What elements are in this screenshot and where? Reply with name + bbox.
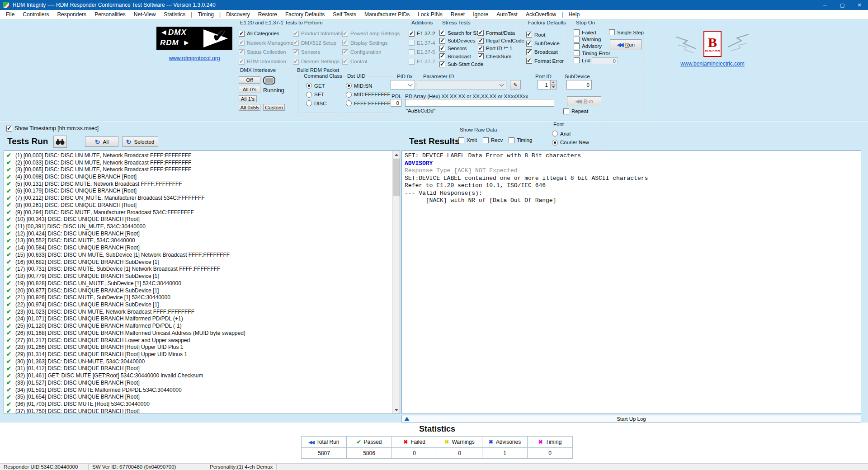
test-run-row[interactable]: ✔ (11) [00,391] DISC: DISC UN_MUTE, 534C… — [4, 223, 400, 230]
scroll-up-icon[interactable] — [393, 151, 400, 158]
category-checkbox-row[interactable]: All Categories — [239, 29, 298, 38]
maximize-button-icon[interactable]: ▢ — [834, 0, 851, 10]
factory-checkbox-row[interactable]: Root — [526, 30, 564, 39]
test-run-row[interactable]: ✔ (1) [00,000] DISC: DISC UN MUTE, Netwo… — [4, 152, 400, 159]
repeat-checkbox-row[interactable]: Repeat — [563, 108, 588, 114]
factory-checkbox-row[interactable]: Format Error — [526, 56, 564, 65]
test-run-row[interactable]: ✔ (26) [01,168] DISC: DISC UNIQUE BRANCH… — [4, 329, 400, 337]
category-checkbox-row[interactable]: RDM Information — [239, 57, 298, 66]
menu-item[interactable]: Personalities — [90, 10, 130, 19]
test-run-row[interactable]: ✔ (36) [01,703] DISC: DISC MUTE [Root] 5… — [4, 400, 400, 408]
scrollbar-thumb[interactable] — [393, 159, 400, 196]
stress-checkbox-row[interactable]: Illegal CmdCode — [478, 37, 524, 44]
category-checkbox-row[interactable]: Status Collection — [239, 47, 298, 57]
stress-checkbox-row[interactable]: Search for SDs — [439, 29, 483, 37]
menu-item[interactable]: Help — [564, 10, 584, 19]
menu-item[interactable]: Ignore — [469, 10, 492, 19]
test-run-row[interactable]: ✔ (12) [00,424] DISC: DISC UNIQUE BRANCH… — [4, 230, 400, 237]
dst-uid-radio-row[interactable]: MID:FFFFFFFF — [346, 90, 394, 99]
test-run-row[interactable]: ✔ (16) [00,682] DISC: DISC UNIQUE BRANCH… — [4, 258, 400, 266]
menu-item[interactable]: Controllers — [19, 10, 53, 19]
test-run-row[interactable]: ✔ (14) [00,584] DISC: DISC UNIQUE BRANCH… — [4, 244, 400, 251]
search-tests-button[interactable] — [53, 136, 67, 148]
category-checkbox-row[interactable]: Display Settings — [342, 38, 400, 48]
raw-data-checkbox-row[interactable]: Xmit — [458, 136, 477, 144]
menu-item[interactable]: Responders — [53, 10, 90, 19]
stress-checkbox-row[interactable]: SubDevices — [439, 37, 483, 44]
menu-item[interactable]: Factory Defaults — [281, 10, 329, 19]
test-run-row[interactable]: ✔ (22) [00,974] DISC: DISC UNIQUE BRANCH… — [4, 301, 400, 308]
test-run-row[interactable]: ✔ (37) [01,750] DISC: DISC UNIQUE BRANCH… — [4, 408, 400, 414]
stop-on-checkbox-row[interactable]: Failed — [574, 29, 610, 36]
menu-item[interactable]: AutoTest — [492, 10, 522, 19]
test-run-row[interactable]: ✔ (8) [00,261] DISC: DISC UNIQUE BRANCH … — [4, 202, 400, 209]
rdmprotocol-link[interactable]: www.rdmprotocol.org — [156, 55, 232, 61]
menu-item[interactable]: Timing — [193, 10, 218, 19]
interleave-custom-button[interactable]: Custom — [263, 104, 285, 111]
menu-item[interactable]: Restore — [254, 10, 281, 19]
pd-array-field[interactable] — [405, 99, 554, 107]
stress-checkbox-row[interactable]: Sub-Start Code — [439, 61, 483, 68]
category-checkbox-row[interactable]: Control — [342, 57, 400, 66]
stop-on-ln-checkbox-row[interactable]: Ln# — [574, 57, 590, 64]
raw-data-checkbox-row[interactable]: Recv — [483, 136, 503, 144]
tests-list-scrollbar[interactable] — [392, 151, 400, 414]
test-run-row[interactable]: ✔ (3) [00,065] DISC: DISC UN MUTE, Netwo… — [4, 166, 400, 173]
command-class-radio-row[interactable]: GET — [306, 81, 326, 90]
addition-checkbox-row[interactable]: E1.37-7 — [409, 57, 435, 66]
run-button[interactable]: ◀◀ Run — [610, 39, 642, 50]
stop-on-checkbox-row[interactable]: Warning — [574, 36, 610, 42]
menu-item[interactable]: Discovery — [222, 10, 254, 19]
interleave-all0-button[interactable]: All 0's — [239, 86, 260, 93]
line-number-field[interactable]: 0 — [592, 57, 618, 64]
show-timestamp-checkbox-row[interactable]: Show Timestamp [hh:mm:ss.msec] — [6, 125, 99, 132]
close-button-icon[interactable]: ✕ — [851, 0, 868, 10]
edit-pd-button[interactable]: ✎ — [510, 80, 521, 89]
rerun-selected-button[interactable]: ↻ Selected — [122, 136, 158, 147]
test-run-row[interactable]: ✔ (28) [01,266] DISC: DISC UNIQUE BRANCH… — [4, 343, 400, 351]
test-run-row[interactable]: ✔ (6) [00,179] DISC: DISC UNIQUE BRANCH … — [4, 188, 400, 195]
category-checkbox-row[interactable]: Sensors — [293, 47, 346, 57]
test-run-row[interactable]: ✔ (23) [01,023] DISC: DISC UN MUTE, Netw… — [4, 308, 400, 315]
scroll-down-icon[interactable] — [393, 406, 400, 414]
interleave-off-button[interactable]: Off — [239, 76, 260, 84]
raw-data-checkbox-row[interactable]: Timing — [509, 136, 532, 144]
menu-item[interactable]: Self Tests — [329, 10, 360, 19]
addition-checkbox-row[interactable]: E1.37-5 — [409, 47, 435, 57]
command-class-radio-row[interactable]: DISC — [306, 99, 326, 108]
rerun-all-button[interactable]: ↻ All — [85, 136, 118, 147]
test-run-row[interactable]: ✔ (24) [01,071] DISC: DISC UNIQUE BRANCH… — [4, 315, 400, 323]
test-run-row[interactable]: ✔ (33) [01,527] DISC: DISC UNIQUE BRANCH… — [4, 379, 400, 386]
scroll-top-icon[interactable] — [404, 417, 410, 421]
test-run-row[interactable]: ✔ (2) [00,033] DISC: DISC UN MUTE, Netwo… — [4, 159, 400, 166]
test-run-row[interactable]: ✔ (17) [00,731] DISC: DISC MUTE, SubDevi… — [4, 266, 400, 273]
category-checkbox-row[interactable]: DMX512 Setup — [293, 38, 346, 48]
stop-on-checkbox-row[interactable]: Timing Error — [574, 50, 610, 56]
command-class-radio-row[interactable]: SET — [306, 90, 326, 99]
menu-item[interactable]: Reset — [447, 10, 469, 19]
benjaminelectric-link[interactable]: www.benjaminelectric.com — [678, 61, 747, 67]
test-run-row[interactable]: ✔ (31) [01,412] DISC: DISC UNIQUE BRANCH… — [4, 365, 400, 372]
menu-item[interactable]: Statistics — [160, 10, 189, 19]
test-run-row[interactable]: ✔ (27) [01,217] DISC: DISC UNIQUE BRANCH… — [4, 337, 400, 344]
test-run-row[interactable]: ✔ (32) [01,461] GET: DISC MUTE [GET:Root… — [4, 372, 400, 379]
factory-checkbox-row[interactable]: Broadcast — [526, 48, 564, 56]
font-radio-row[interactable]: Arial — [552, 129, 589, 138]
test-run-row[interactable]: ✔ (34) [01,591] DISC: DISC MUTE Malforme… — [4, 386, 400, 394]
packet-run-button[interactable]: ◀◀ Run — [567, 96, 601, 106]
menu-item[interactable]: File — [2, 10, 19, 19]
test-results-box[interactable]: SET: DEVICE LABEL Data Error with 8 Bit … — [401, 150, 861, 414]
stress-checkbox-row[interactable]: Broadcast — [439, 52, 483, 60]
stop-on-checkbox-row[interactable]: Advisory — [574, 43, 610, 50]
port-id-value[interactable]: 1 — [538, 80, 550, 89]
test-run-row[interactable]: ✔ (7) [00,212] DISC: DISC UN_MUTE, Manuf… — [4, 194, 400, 202]
parameter-id-combo[interactable] — [417, 80, 506, 89]
menu-item[interactable]: Net-View — [130, 10, 160, 19]
category-checkbox-row[interactable]: Power/Lamp Settings — [342, 29, 400, 38]
single-step-checkbox-row[interactable]: Single Step — [609, 29, 644, 36]
category-checkbox-row[interactable]: Network Management — [239, 38, 298, 48]
test-run-row[interactable]: ✔ (19) [00,828] DISC: DISC UN_MUTE, SubD… — [4, 280, 400, 287]
test-run-row[interactable]: ✔ (25) [01,120] DISC: DISC UNIQUE BRANCH… — [4, 322, 400, 329]
pdl-field[interactable]: 0 — [391, 99, 401, 107]
stress-checkbox-row[interactable]: CheckSum — [478, 52, 524, 60]
